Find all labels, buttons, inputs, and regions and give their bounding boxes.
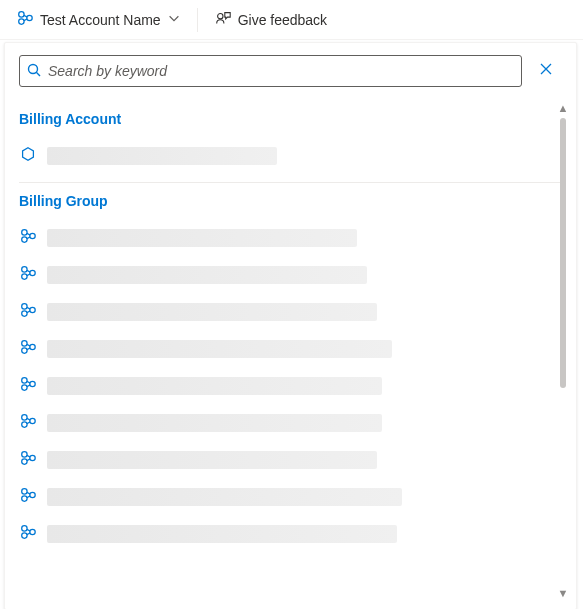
svg-marker-5	[23, 148, 34, 161]
redacted-text	[47, 229, 357, 247]
org-icon	[19, 338, 37, 359]
feedback-label: Give feedback	[238, 12, 328, 28]
svg-point-29	[30, 492, 35, 497]
svg-point-4	[29, 64, 38, 73]
svg-point-32	[30, 529, 35, 534]
svg-point-2	[27, 15, 32, 20]
redacted-text	[47, 414, 382, 432]
search-box[interactable]	[19, 55, 522, 87]
close-icon	[538, 61, 554, 82]
hexagon-icon	[19, 145, 37, 166]
feedback-icon	[214, 9, 232, 30]
svg-point-25	[22, 459, 27, 464]
svg-point-31	[22, 533, 27, 538]
results-area: Billing Account Billing Group ▲ ▼	[19, 101, 562, 601]
svg-point-10	[22, 274, 27, 279]
svg-point-20	[30, 381, 35, 386]
redacted-text	[47, 147, 277, 165]
search-row	[19, 55, 562, 87]
give-feedback-button[interactable]: Give feedback	[206, 5, 336, 34]
svg-point-3	[217, 14, 222, 19]
chevron-down-icon	[167, 11, 181, 28]
svg-point-8	[30, 233, 35, 238]
redacted-text	[47, 303, 377, 321]
billing-account-item[interactable]	[19, 137, 562, 174]
search-icon	[26, 62, 42, 81]
org-icon	[19, 301, 37, 322]
svg-point-23	[30, 418, 35, 423]
svg-point-6	[22, 230, 27, 235]
billing-group-header: Billing Group	[19, 193, 562, 209]
billing-group-item[interactable]	[19, 441, 562, 478]
redacted-text	[47, 488, 402, 506]
account-name-label: Test Account Name	[40, 12, 161, 28]
redacted-text	[47, 377, 382, 395]
scroll-down-icon[interactable]: ▼	[558, 586, 569, 601]
scrollbar[interactable]: ▲ ▼	[556, 101, 570, 601]
org-icon	[19, 227, 37, 248]
org-icon	[19, 375, 37, 396]
billing-group-item[interactable]	[19, 404, 562, 441]
billing-group-item[interactable]	[19, 515, 562, 552]
org-icon	[19, 264, 37, 285]
svg-point-19	[22, 385, 27, 390]
billing-group-item[interactable]	[19, 367, 562, 404]
billing-group-item[interactable]	[19, 256, 562, 293]
close-button[interactable]	[530, 55, 562, 87]
results-list: Billing Account Billing Group	[19, 101, 562, 601]
redacted-text	[47, 451, 377, 469]
redacted-text	[47, 266, 367, 284]
redacted-text	[47, 525, 397, 543]
billing-group-item[interactable]	[19, 478, 562, 515]
svg-point-22	[22, 422, 27, 427]
org-icon	[19, 412, 37, 433]
svg-point-27	[22, 489, 27, 494]
svg-point-21	[22, 415, 27, 420]
billing-group-item[interactable]	[19, 330, 562, 367]
svg-point-16	[22, 348, 27, 353]
search-input[interactable]	[48, 63, 515, 79]
account-scope-dropdown[interactable]: Test Account Name	[8, 5, 189, 34]
divider	[19, 182, 562, 183]
svg-point-30	[22, 526, 27, 531]
org-icon	[19, 523, 37, 544]
svg-point-0	[19, 12, 24, 17]
svg-point-18	[22, 378, 27, 383]
toolbar: Test Account Name Give feedback	[0, 0, 583, 40]
billing-group-item[interactable]	[19, 293, 562, 330]
scope-dropdown-panel: Billing Account Billing Group ▲ ▼	[4, 42, 577, 609]
svg-point-13	[22, 311, 27, 316]
billing-group-item[interactable]	[19, 219, 562, 256]
scroll-up-icon[interactable]: ▲	[558, 101, 569, 116]
svg-point-14	[30, 307, 35, 312]
redacted-text	[47, 340, 392, 358]
svg-point-7	[22, 237, 27, 242]
org-icon	[19, 449, 37, 470]
org-icon	[19, 486, 37, 507]
svg-point-24	[22, 452, 27, 457]
svg-point-9	[22, 267, 27, 272]
org-icon	[16, 9, 34, 30]
svg-point-1	[19, 19, 24, 24]
svg-point-17	[30, 344, 35, 349]
svg-point-28	[22, 496, 27, 501]
svg-point-15	[22, 341, 27, 346]
svg-point-11	[30, 270, 35, 275]
scroll-thumb[interactable]	[560, 118, 566, 388]
billing-account-header: Billing Account	[19, 111, 562, 127]
divider	[197, 8, 198, 32]
svg-point-26	[30, 455, 35, 460]
svg-point-12	[22, 304, 27, 309]
